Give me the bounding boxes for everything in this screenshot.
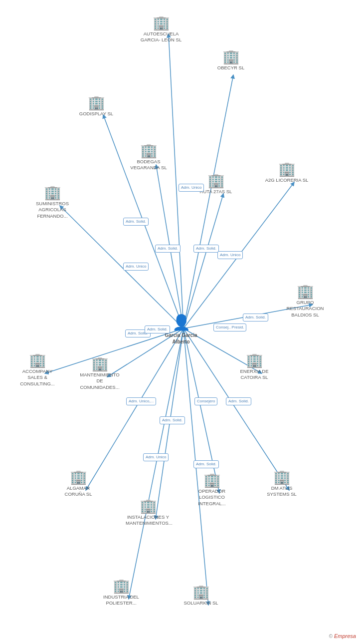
building-icon-autoescuela: 🏢 [153, 16, 170, 30]
company-node-autoescuela[interactable]: 🏢AUTOESCUELA GARCIA- LEON SL [139, 16, 183, 43]
role-badge-r5: Adm. Solid. [193, 245, 219, 253]
role-badge-r7: Adm. Solid. [243, 314, 268, 322]
role-badge-r8: Consej.. Presid. [213, 323, 246, 331]
svg-line-11 [86, 328, 183, 490]
company-node-a2g[interactable]: 🏢A2G LICORERIA SL [264, 162, 309, 183]
company-label-algamar: ALGAMAR CORUÑA SL [56, 485, 101, 498]
company-node-algamar[interactable]: 🏢ALGAMAR CORUÑA SL [56, 470, 101, 498]
watermark: © Empresa [329, 633, 356, 639]
company-label-suministros: SUMINISTROS AGRICOLAS FERNANDO... [30, 201, 75, 219]
building-icon-godisplay: 🏢 [88, 96, 105, 110]
company-label-soluarkin: SOLUARKIN SL [183, 600, 218, 606]
company-node-godisplay[interactable]: 🏢GODISPLAY SL [74, 96, 119, 117]
role-badge-r2: Adm. Solid. [123, 218, 149, 226]
role-badge-r14: Adm. Solid. [226, 397, 251, 405]
role-badge-r4: Adm. Solid. [155, 245, 181, 253]
building-icon-operador: 🏢 [203, 473, 221, 487]
company-node-instalaciones[interactable]: 🏢INSTALACIONES Y MANTENIMIENTOS... [126, 499, 171, 527]
building-icon-soluarkin: 🏢 [192, 585, 210, 599]
svg-line-0 [169, 34, 183, 328]
company-label-obecyr: OBECYR SL [217, 65, 244, 71]
building-icon-ruta27: 🏢 [207, 174, 225, 188]
company-node-dmatlis[interactable]: 🏢DM ATLIS SYSTEMS SL [259, 470, 304, 498]
svg-line-1 [183, 75, 233, 328]
role-badge-r12: Adm. Solid. [160, 416, 185, 424]
company-label-operador: OPERADOR LOGISTICO INTEGRAL... [189, 488, 234, 507]
building-icon-enerxia: 🏢 [246, 353, 263, 367]
company-label-dmatlis: DM ATLIS SYSTEMS SL [259, 485, 304, 498]
company-node-enerxia[interactable]: 🏢ENERXIA DE CATOIRA SL [232, 353, 277, 381]
person-icon: 👤 [172, 314, 190, 331]
company-label-grupo: GRUPO RESTAURACION BALDIOS SL [283, 300, 328, 318]
company-node-grupo[interactable]: 🏢GRUPO RESTAURACION BALDIOS SL [283, 285, 328, 318]
company-node-accompany[interactable]: 🏢ACCOMPANY SALES & CONSULTING... [15, 353, 60, 387]
company-label-ruta27: RUTA 27AS SL [200, 189, 232, 195]
building-icon-a2g: 🏢 [278, 162, 296, 176]
role-badge-r6: Adm. Unico [217, 251, 243, 259]
company-node-bodegas[interactable]: 🏢BODEGAS VEGARANDA SL [126, 144, 171, 171]
company-label-autoescuela: AUTOESCUELA GARCIA- LEON SL [139, 31, 183, 43]
building-icon-algamar: 🏢 [70, 470, 87, 484]
company-node-industria[interactable]: 🏢INDUSTRIA DEL POLIESTER... [99, 579, 144, 607]
svg-line-4 [183, 194, 223, 328]
company-label-godisplay: GODISPLAY SL [79, 111, 113, 117]
role-badge-r16: Adm. Solid. [193, 460, 219, 468]
building-icon-instalaciones: 🏢 [140, 499, 157, 513]
person-label: Garcia Garcia Alberto [161, 332, 201, 345]
company-node-suministros[interactable]: 🏢SUMINISTROS AGRICOLAS FERNANDO... [30, 186, 75, 219]
building-icon-mantenimiento: 🏢 [91, 357, 109, 371]
company-node-operador[interactable]: 🏢OPERADOR LOGISTICO INTEGRAL... [189, 473, 234, 507]
svg-line-15 [129, 328, 183, 599]
building-icon-accompany: 🏢 [29, 353, 46, 367]
company-node-mantenimiento[interactable]: 🏢MANTENIMIENTO DE COMUNIDADES... [77, 357, 122, 390]
building-icon-suministros: 🏢 [44, 186, 61, 200]
role-badge-r11: Adm. Unico,... [126, 397, 156, 405]
company-label-instalaciones: INSTALACIONES Y MANTENIMIENTOS... [126, 514, 171, 527]
diagram-container: 🏢AUTOESCUELA GARCIA- LEON SL🏢OBECYR SL🏢G… [0, 0, 363, 644]
role-badge-r3: Adm. Unico [179, 184, 204, 192]
role-badge-r15: Adm. Unico [143, 453, 169, 461]
role-badge-r13: Consejero [194, 397, 217, 405]
company-label-a2g: A2G LICORERIA SL [265, 177, 309, 183]
role-badge-r10: Adm. Solid. [145, 325, 170, 333]
company-node-obecyr[interactable]: 🏢OBECYR SL [208, 50, 253, 71]
company-label-accompany: ACCOMPANY SALES & CONSULTING... [15, 368, 60, 387]
company-label-enerxia: ENERXIA DE CATOIRA SL [232, 368, 277, 381]
building-icon-bodegas: 🏢 [140, 144, 158, 158]
building-icon-industria: 🏢 [113, 579, 130, 593]
svg-line-13 [183, 328, 219, 493]
company-label-bodegas: BODEGAS VEGARANDA SL [126, 159, 171, 171]
company-label-mantenimiento: MANTENIMIENTO DE COMUNIDADES... [77, 372, 122, 390]
building-icon-obecyr: 🏢 [222, 50, 240, 64]
company-label-industria: INDUSTRIA DEL POLIESTER... [99, 594, 144, 607]
building-icon-dmatlis: 🏢 [273, 470, 291, 484]
svg-line-6 [60, 206, 183, 328]
role-badge-r1: Adm. Unico [123, 263, 149, 271]
company-node-soluarkin[interactable]: 🏢SOLUARKIN SL [179, 585, 223, 606]
building-icon-grupo: 🏢 [297, 285, 314, 299]
